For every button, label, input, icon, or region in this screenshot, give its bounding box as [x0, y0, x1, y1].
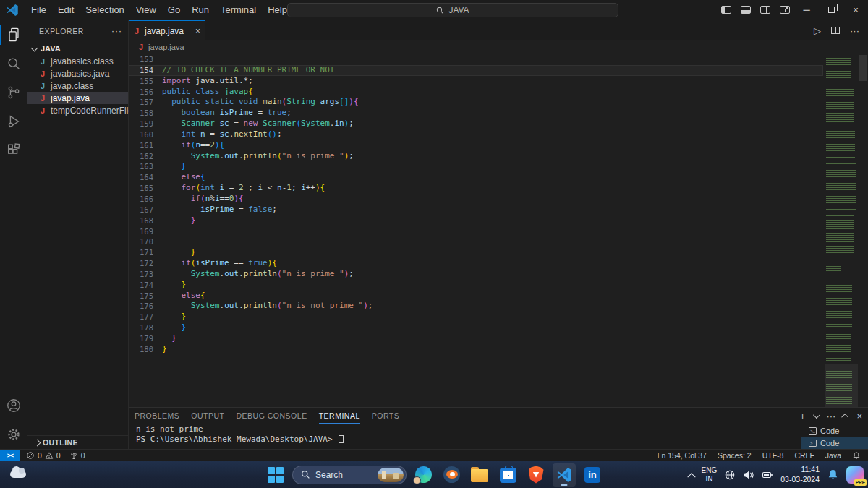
code-line-166[interactable]: 166 if(n%i==0){	[129, 194, 823, 205]
volume-icon[interactable]	[743, 469, 754, 481]
network-icon[interactable]	[724, 469, 736, 481]
taskbar-edge-icon[interactable]	[412, 463, 435, 487]
command-center-search[interactable]: JAVA	[287, 3, 618, 17]
code-line-154[interactable]: 154// TO CHECK IF A NUMBER PRIME OR NOT	[129, 65, 823, 76]
ports-count[interactable]: 0	[81, 451, 85, 460]
language-mode[interactable]: Java	[825, 451, 841, 460]
taskbar-file-explorer-icon[interactable]	[468, 463, 491, 487]
code-line-159[interactable]: 159 Scanner sc = new Scanner(System.in);	[129, 119, 823, 129]
code-line-170[interactable]: 170	[129, 236, 823, 247]
restore-button[interactable]	[819, 0, 843, 20]
file-javabasics-java[interactable]: Jjavabasics.java	[27, 67, 128, 80]
explorer-activity-icon[interactable]	[0, 20, 27, 49]
editor-scrollbar[interactable]	[858, 53, 868, 407]
indentation[interactable]: Spaces: 2	[718, 451, 752, 460]
code-line-178[interactable]: 178 }	[129, 322, 823, 333]
panel-tab-problems[interactable]: PROBLEMS	[135, 408, 179, 424]
language-indicator[interactable]: ENG IN	[702, 466, 718, 484]
toggle-panel-button[interactable]	[736, 0, 755, 20]
start-button[interactable]	[264, 463, 287, 487]
code-line-174[interactable]: 174 }	[129, 280, 823, 291]
code-line-164[interactable]: 164 else{	[129, 172, 823, 183]
close-panel-icon[interactable]: ×	[856, 411, 862, 421]
toggle-secondary-sidebar-button[interactable]	[755, 0, 775, 20]
code-editor[interactable]: 153154// TO CHECK IF A NUMBER PRIME OR N…	[129, 53, 868, 407]
code-line-175[interactable]: 175 else{	[129, 291, 823, 301]
panel-tab-debug-console[interactable]: DEBUG CONSOLE	[237, 408, 307, 424]
run-debug-activity-icon[interactable]	[0, 107, 27, 136]
code-line-171[interactable]: 171 }	[129, 247, 823, 258]
forward-arrow-icon[interactable]: →	[268, 4, 278, 16]
new-terminal-button[interactable]: +	[800, 411, 806, 421]
code-line-161[interactable]: 161 if(n==2){	[129, 140, 823, 151]
explorer-more-actions-icon[interactable]: ···	[111, 26, 122, 36]
code-line-179[interactable]: 179 }	[129, 333, 823, 344]
code-line-153[interactable]: 153	[129, 54, 823, 65]
run-code-button[interactable]: ▷	[814, 25, 821, 36]
outline-section[interactable]: OUTLINE	[27, 435, 128, 449]
code-line-165[interactable]: 165 for(int i = 2 ; i < n-1; i++){	[129, 183, 823, 194]
panel-more-actions-icon[interactable]: ···	[826, 411, 835, 421]
split-editor-icon[interactable]	[831, 27, 840, 34]
notifications-bell-icon[interactable]	[852, 451, 861, 460]
code-line-172[interactable]: 172 if(isPrime == true){	[129, 258, 823, 269]
eol-sequence[interactable]: CRLF	[794, 451, 814, 460]
errors-count[interactable]: 0	[38, 451, 42, 460]
code-line-169[interactable]: 169	[129, 226, 823, 237]
menu-go[interactable]: Go	[162, 0, 186, 20]
folder-java[interactable]: JAVA	[27, 42, 128, 55]
menu-file[interactable]: File	[25, 0, 52, 20]
terminal-instance-2[interactable]: >_Code	[801, 437, 868, 449]
remote-indicator[interactable]: ><	[0, 450, 20, 461]
customize-layout-button[interactable]	[775, 0, 794, 20]
taskbar-search[interactable]: Search	[292, 466, 407, 484]
file-tempcoderunnerfile-[interactable]: JtempCodeRunnerFile....	[27, 104, 128, 116]
back-arrow-icon[interactable]: ←	[250, 4, 260, 16]
clock[interactable]: 11:41 03-03-2024	[780, 465, 820, 484]
file-javap-java[interactable]: Jjavap.java	[27, 92, 128, 104]
editor-more-actions-icon[interactable]: ···	[850, 25, 859, 36]
taskbar-blender-icon[interactable]	[440, 463, 463, 487]
panel-tab-output[interactable]: OUTPUT	[191, 408, 224, 424]
warnings-count[interactable]: 0	[56, 451, 61, 460]
panel-tab-terminal[interactable]: TERMINAL	[319, 408, 360, 424]
scrollbar-slider[interactable]	[859, 55, 867, 81]
terminal-dropdown-icon[interactable]	[813, 411, 820, 419]
settings-gear-icon[interactable]	[0, 420, 27, 449]
notification-bell-icon[interactable]	[827, 468, 839, 481]
code-line-177[interactable]: 177 }	[129, 312, 823, 322]
copilot-icon[interactable]: PRE	[846, 466, 864, 484]
code-line-156[interactable]: 156public class javap{	[129, 87, 823, 98]
menu-run[interactable]: Run	[186, 0, 215, 20]
code-line-157[interactable]: 157 public static void main(String args[…	[129, 97, 823, 108]
battery-icon[interactable]	[762, 469, 773, 481]
code-line-160[interactable]: 160 int n = sc.nextInt();	[129, 129, 823, 140]
code-line-173[interactable]: 173 System.out.println("n is prime ");	[129, 269, 823, 280]
extensions-activity-icon[interactable]	[0, 136, 27, 165]
search-activity-icon[interactable]	[0, 49, 27, 78]
terminal-output[interactable]: n is not prime PS C:\Users\Abhishek Mewa…	[129, 424, 801, 449]
taskbar-linkedin-icon[interactable]: in	[581, 463, 604, 487]
menu-view[interactable]: View	[130, 0, 162, 20]
search-highlight-image[interactable]	[378, 468, 404, 482]
file-javabasics-class[interactable]: Jjavabasics.class	[27, 55, 128, 67]
encoding[interactable]: UTF-8	[762, 451, 784, 460]
code-line-180[interactable]: 180}	[129, 344, 823, 355]
weather-widget[interactable]	[9, 466, 30, 482]
panel-tab-ports[interactable]: PORTS	[372, 408, 399, 424]
minimap[interactable]	[825, 55, 858, 407]
minimap-slider[interactable]	[825, 364, 858, 407]
code-line-163[interactable]: 163 }	[129, 161, 823, 172]
menu-selection[interactable]: Selection	[80, 0, 129, 20]
toggle-sidebar-button[interactable]	[716, 0, 736, 20]
code-line-167[interactable]: 167 isPrime = false;	[129, 205, 823, 215]
hidden-icons-chevron[interactable]	[687, 473, 695, 481]
minimize-button[interactable]: ─	[794, 0, 819, 20]
menu-edit[interactable]: Edit	[52, 0, 80, 20]
code-line-155[interactable]: 155import java.util.*;	[129, 76, 823, 87]
code-line-162[interactable]: 162 System.out.println("n is prime ");	[129, 151, 823, 162]
taskbar-brave-icon[interactable]	[524, 463, 548, 487]
close-button[interactable]: ×	[843, 0, 868, 20]
tab-close-icon[interactable]: ×	[195, 26, 200, 36]
taskbar-vscode-icon[interactable]	[553, 463, 576, 487]
